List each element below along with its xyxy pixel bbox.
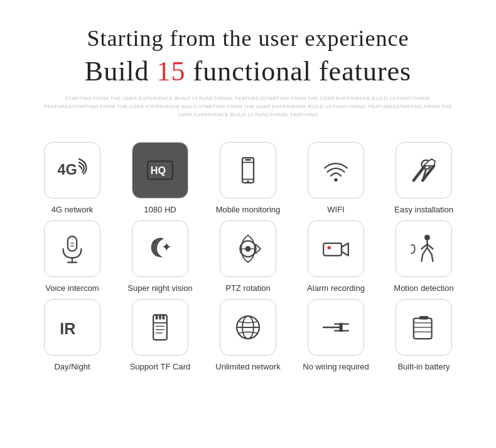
feature-item-battery: Built-in battery (386, 299, 461, 371)
feature-row-0: 4G 4G network HQ 1080 HD Mobile monitori… (35, 142, 461, 214)
feature-item-mic: Voice intercom (35, 221, 110, 293)
feature-item-ptz: PTZ rotation (210, 221, 286, 293)
feature-icon-box-camrecord (308, 221, 364, 277)
feature-icon-box-tools (396, 142, 452, 199)
headline-prefix: Build (85, 56, 157, 87)
svg-text:HQ: HQ (151, 165, 166, 177)
svg-rect-53 (419, 316, 428, 319)
headline-suffix: functional features (186, 56, 412, 87)
svg-rect-39 (156, 315, 158, 320)
feature-icon-box-plug (308, 299, 364, 356)
feature-item-plug: No wiring required (298, 299, 374, 371)
feature-label-camrecord: Alarm recording (307, 283, 365, 293)
feature-item-hd: HQ 1080 HD (122, 142, 198, 214)
feature-label-wifi: WIFI (327, 205, 344, 214)
feature-label-sdcard: Support TF Card (130, 362, 191, 371)
feature-row-1: Voice intercom ✦ ✦ Super night vision PT… (35, 221, 461, 293)
feature-item-ir: IR Day/Night (35, 299, 110, 371)
headline-number: 15 (157, 56, 186, 87)
svg-point-8 (334, 178, 337, 182)
svg-text:✦: ✦ (151, 238, 157, 246)
feature-label-nightvision: Super night vision (127, 283, 192, 293)
svg-text:4G: 4G (58, 162, 77, 178)
feature-icon-box-battery (396, 299, 452, 356)
feature-icon-box-sdcard (132, 299, 188, 356)
feature-icon-box-hd: HQ (132, 142, 188, 199)
svg-rect-7 (245, 159, 251, 161)
feature-icon-box-motion (396, 221, 452, 277)
svg-line-28 (427, 248, 431, 255)
feature-icon-box-wifi (308, 142, 364, 199)
feature-item-sdcard: Support TF Card (122, 299, 198, 371)
feature-label-ir: Day/Night (54, 362, 90, 371)
feature-item-wifi: WIFI (298, 142, 374, 214)
marquee-text: STARTING FROM THE USER EXPERIENCE BUILD … (44, 95, 452, 119)
svg-rect-13 (68, 237, 77, 251)
svg-text:✦: ✦ (161, 240, 172, 254)
feature-item-nightvision: ✦ ✦ Super night vision (122, 221, 198, 293)
svg-rect-41 (163, 315, 165, 320)
svg-point-24 (328, 246, 331, 249)
feature-label-plug: No wiring required (303, 362, 369, 371)
feature-icon-box-ptz (220, 221, 276, 277)
page-wrapper: Starting from the user experience Build … (0, 0, 496, 390)
feature-item-tools: Easy installation (386, 142, 461, 214)
header-section: Starting from the user experience Build … (0, 13, 496, 133)
feature-label-tools: Easy installation (394, 205, 453, 214)
feature-label-mobile: Mobile monitoring (216, 205, 281, 214)
feature-label-mic: Voice intercom (45, 283, 99, 293)
svg-line-31 (421, 254, 423, 261)
feature-icon-box-ir: IR (44, 299, 100, 356)
feature-item-mobile: Mobile monitoring (210, 142, 286, 214)
feature-label-globe: Unlimited network (215, 362, 280, 371)
svg-rect-48 (339, 323, 342, 332)
feature-label-motion: Motion detection (394, 283, 453, 293)
feature-item-4g: 4G 4G network (35, 142, 110, 214)
feature-item-globe: Unlimited network (210, 299, 286, 371)
svg-rect-23 (323, 243, 342, 256)
feature-icon-box-nightvision: ✦ ✦ (132, 221, 188, 277)
svg-text:IR: IR (60, 320, 75, 337)
features-grid: 4G 4G network HQ 1080 HD Mobile monitori… (0, 142, 496, 371)
feature-label-4g: 4G network (51, 205, 93, 214)
svg-rect-40 (159, 315, 161, 320)
feature-label-ptz: PTZ rotation (225, 283, 271, 293)
svg-line-32 (432, 254, 433, 261)
svg-line-27 (423, 248, 427, 255)
feature-icon-box-mic (44, 221, 100, 277)
headline-sub: Build 15 functional features (0, 55, 496, 87)
svg-point-6 (247, 181, 249, 183)
feature-item-motion: Motion detection (386, 221, 461, 293)
feature-item-camrecord: Alarm recording (298, 221, 374, 293)
headline-main: Starting from the user experience (0, 25, 496, 52)
feature-icon-box-globe (220, 299, 276, 356)
feature-icon-box-4g: 4G (44, 142, 100, 199)
feature-row-2: IR Day/Night Support TF Card Unlimited n… (35, 299, 461, 371)
svg-rect-49 (414, 319, 432, 339)
feature-label-battery: Built-in battery (397, 362, 450, 371)
feature-icon-box-mobile (220, 142, 276, 199)
feature-label-hd: 1080 HD (144, 205, 176, 214)
svg-point-25 (424, 235, 430, 241)
